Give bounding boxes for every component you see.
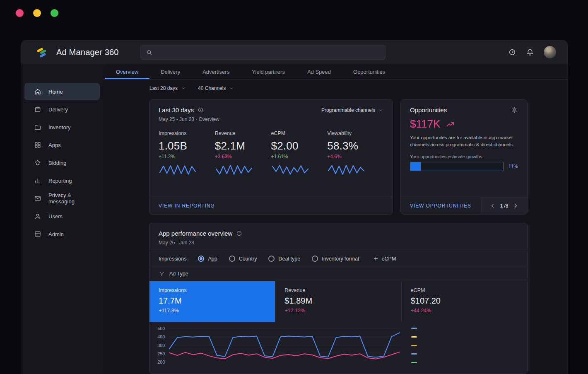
sidebar-item-admin[interactable]: Admin	[24, 225, 100, 243]
tab-overview[interactable]: Overview	[105, 64, 149, 79]
metric-value: 1.05B	[159, 140, 215, 152]
metrics-row: Impressions 1.05B +11.2% Revenue $2.1M +…	[149, 122, 393, 177]
performance-chart-area: 500 400 300 250 200	[149, 322, 527, 366]
history-icon[interactable]	[508, 48, 516, 56]
sidebar-item-delivery[interactable]: Delivery	[24, 101, 100, 118]
tile-ecpm[interactable]: eCPM $107.20 +44.24%	[402, 281, 527, 322]
radio-dot	[312, 256, 318, 262]
view-in-reporting-link[interactable]: VIEW IN REPORTING	[159, 203, 215, 209]
tab-opportunities[interactable]: Opportunities	[342, 64, 396, 79]
channels-filter[interactable]: 40 Channels	[198, 85, 234, 91]
radio-country[interactable]: Country	[229, 256, 257, 262]
view-opportunities-link[interactable]: VIEW OPPORTUNITIES	[410, 203, 471, 209]
card-title: App performance overview	[159, 230, 232, 237]
sidebar-item-label: Bidding	[48, 160, 66, 166]
chart-plot	[169, 325, 400, 366]
search-icon	[146, 49, 153, 56]
radio-dot	[229, 256, 235, 262]
next-page-button[interactable]	[512, 203, 519, 209]
privacy-messaging-icon	[34, 195, 41, 202]
search-input[interactable]	[157, 49, 380, 55]
metric-value: $2.00	[271, 140, 328, 152]
info-icon[interactable]	[198, 107, 204, 113]
channels-label: 40 Channels	[198, 85, 226, 91]
tab-bar: Overview Delivery Advertisers Yield part…	[103, 64, 568, 80]
minimize-window-button[interactable]	[33, 9, 41, 17]
user-avatar[interactable]	[544, 46, 556, 58]
programmable-channels-dropdown[interactable]: Programmable channels	[321, 107, 383, 113]
opportunities-progress-bar	[410, 162, 504, 171]
y-tick: 300	[157, 343, 165, 348]
radio-inventory-format[interactable]: Inventory format	[312, 256, 359, 262]
metric-revenue: Revenue $2.1M +3.63%	[215, 130, 271, 177]
tab-yield-partners[interactable]: Yield partners	[241, 64, 296, 79]
sidebar-item-home[interactable]: Home	[24, 83, 100, 100]
home-icon	[34, 88, 41, 95]
notifications-icon[interactable]	[526, 48, 534, 56]
main-content: Overview Delivery Advertisers Yield part…	[103, 64, 568, 374]
add-metric-button[interactable]: eCPM	[373, 256, 396, 262]
maximize-window-button[interactable]	[51, 9, 58, 17]
tab-delivery[interactable]: Delivery	[149, 64, 191, 79]
app-performance-card: App performance overview May 25 - Jun 23…	[149, 223, 528, 374]
inventory-icon	[34, 123, 41, 131]
app-header: Ad Manager 360	[21, 40, 568, 64]
metric-ecpm: eCPM $2.00 +1.61%	[271, 130, 328, 177]
sidebar-item-inventory[interactable]: Inventory	[24, 118, 100, 136]
info-icon[interactable]	[236, 230, 242, 236]
tile-value: $107.20	[411, 296, 518, 306]
last-30-days-card: Last 30 days Programmable channels May 2…	[149, 99, 393, 215]
tab-ad-speed[interactable]: Ad Speed	[296, 64, 342, 79]
radio-dot	[268, 256, 275, 262]
date-range-filter[interactable]: Last 28 days	[149, 85, 186, 91]
sidebar-item-label: Privacy & messaging	[48, 192, 96, 205]
ad-manager-logo-icon	[35, 45, 50, 60]
radio-label: Deal type	[278, 256, 300, 262]
filter-bar: Ad Type	[149, 266, 527, 281]
sidebar-item-label: Inventory	[48, 124, 70, 130]
sidebar-item-apps[interactable]: Apps	[24, 136, 100, 154]
opportunities-description: Your opportunites are for available in-a…	[401, 130, 527, 149]
sidebar-item-reporting[interactable]: Reporting	[24, 172, 100, 189]
radio-label: Inventory format	[322, 256, 359, 262]
app-title: Ad Manager 360	[56, 48, 119, 57]
sidebar-item-privacy-messaging[interactable]: Privacy & messaging	[24, 190, 100, 207]
sidebar-item-bidding[interactable]: Bidding	[24, 154, 100, 171]
sidebar-item-label: Admin	[48, 231, 64, 237]
legend-swatch	[411, 345, 417, 346]
header-actions	[508, 46, 556, 58]
filter-row: Last 28 days 40 Channels	[103, 80, 568, 91]
previous-page-button[interactable]	[489, 203, 496, 209]
legend-swatch	[411, 336, 417, 338]
radio-app[interactable]: App	[198, 256, 217, 262]
chevron-down-icon	[229, 85, 234, 91]
settings-gear-icon[interactable]	[511, 106, 518, 113]
tile-label: eCPM	[411, 287, 518, 293]
filter-chip-label[interactable]: Ad Type	[169, 271, 188, 277]
card-subtitle: May 25 - Jun 23	[149, 237, 527, 246]
opportunities-card: Opportunities $117K Your opportunites ar…	[400, 99, 528, 215]
metric-delta: +1.61%	[271, 154, 328, 159]
card-subtitle: May 25 - Jun 23 · Overview	[149, 113, 393, 122]
tile-revenue[interactable]: Revenue $1.89M +12.12%	[275, 281, 401, 322]
pagination: 1 /8	[481, 197, 527, 214]
metric-value: 58.3%	[327, 140, 383, 152]
delivery-icon	[34, 106, 41, 113]
metric-viewability: Viewability 58.3% +4.6%	[327, 130, 383, 177]
card-title: Opportunities	[410, 106, 447, 113]
tile-impressions[interactable]: Impressions 17.7M +117.8%	[149, 281, 275, 322]
radio-deal-type[interactable]: Deal type	[268, 256, 300, 262]
sidebar-item-users[interactable]: Users	[24, 208, 100, 225]
sidebar-item-label: Apps	[48, 142, 61, 148]
radio-dot	[198, 256, 204, 262]
search-bar[interactable]	[140, 45, 386, 60]
metric-delta: +4.6%	[327, 154, 383, 159]
close-window-button[interactable]	[16, 9, 24, 17]
trending-up-icon	[444, 119, 457, 129]
y-tick: 500	[157, 326, 165, 331]
legend-swatch	[411, 362, 417, 363]
breakdown-controls: Impressions App Country Deal type	[149, 251, 527, 266]
legend-swatch	[411, 328, 417, 329]
ad-manager-window: Ad Manager 360 Home Delivery Inventory	[21, 40, 568, 374]
tab-advertisers[interactable]: Advertisers	[191, 64, 241, 79]
